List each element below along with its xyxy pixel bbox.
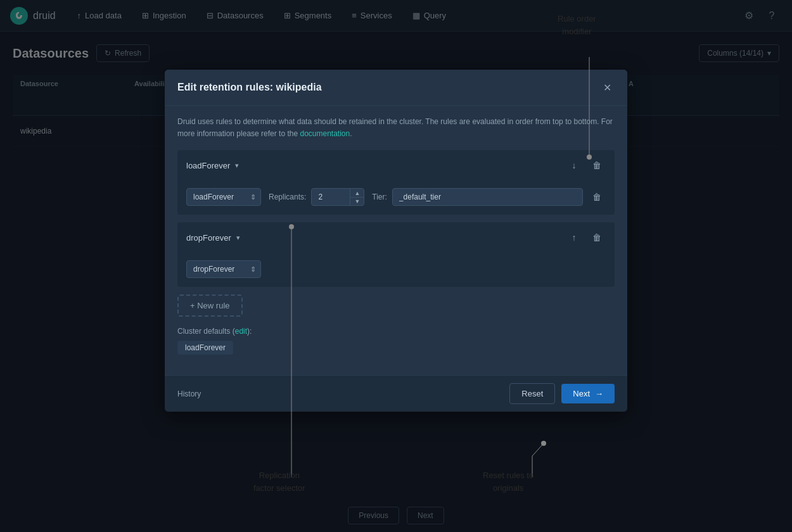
spinner-buttons: ▲ ▼ bbox=[350, 189, 364, 205]
rule-card-1: loadForever ▾ ↓ 🗑 loadForever dropForeve… bbox=[177, 150, 615, 215]
rule-1-type-select-wrapper: loadForever dropForever loadByInterval d… bbox=[186, 188, 261, 206]
spinner-down-button[interactable]: ▼ bbox=[350, 197, 364, 206]
tier-select[interactable]: _default_tier bbox=[392, 188, 583, 206]
tier-delete-button[interactable]: 🗑 bbox=[588, 188, 606, 206]
spinner-up-button[interactable]: ▲ bbox=[350, 189, 364, 197]
rule-card-2-body: dropForever loadForever loadByInterval d… bbox=[177, 253, 615, 287]
tier-group: Tier: _default_tier 🗑 bbox=[372, 188, 606, 206]
modal-footer: History Reset Next → bbox=[165, 375, 627, 412]
replicants-input-wrapper: ▲ ▼ bbox=[311, 188, 364, 206]
rule-1-chevron-icon: ▾ bbox=[235, 162, 239, 170]
rule-2-move-up-button[interactable]: ↑ bbox=[565, 229, 583, 246]
next-label: Next bbox=[573, 389, 590, 398]
next-button[interactable]: Next → bbox=[561, 384, 615, 403]
edit-retention-modal: Edit retention rules: wikipedia ✕ Druid … bbox=[165, 70, 627, 412]
modal-title: Edit retention rules: wikipedia bbox=[177, 82, 322, 93]
rule-card-1-body: loadForever dropForever loadByInterval d… bbox=[177, 180, 615, 215]
rule-card-2-header: dropForever ▾ ↑ 🗑 bbox=[177, 222, 615, 253]
rule-card-1-actions: ↓ 🗑 bbox=[565, 156, 606, 174]
modal-body: Druid uses rules to determine what data … bbox=[165, 106, 627, 375]
rule-1-type-select[interactable]: loadForever dropForever loadByInterval d… bbox=[186, 188, 261, 206]
reset-button[interactable]: Reset bbox=[509, 383, 555, 404]
cluster-defaults-label: Cluster defaults (edit): bbox=[177, 327, 615, 336]
tier-label: Tier: bbox=[372, 193, 387, 201]
rule-1-move-down-button[interactable]: ↓ bbox=[565, 156, 583, 174]
rule-1-delete-button[interactable]: 🗑 bbox=[588, 156, 606, 174]
rule-2-type-select[interactable]: dropForever loadForever loadByInterval d… bbox=[186, 260, 261, 278]
rule-2-chevron-icon: ▾ bbox=[236, 234, 240, 242]
rule-card-2: dropForever ▾ ↑ 🗑 dropForever loadForeve… bbox=[177, 222, 615, 287]
cluster-defaults: Cluster defaults (edit): loadForever bbox=[177, 327, 615, 355]
rule-card-1-header: loadForever ▾ ↓ 🗑 bbox=[177, 150, 615, 180]
cluster-defaults-edit-link[interactable]: edit bbox=[235, 327, 247, 336]
modal-header: Edit retention rules: wikipedia ✕ bbox=[165, 70, 627, 106]
footer-actions: Reset Next → bbox=[509, 383, 615, 404]
tier-select-container: _default_tier bbox=[392, 188, 583, 206]
rule-card-2-actions: ↑ 🗑 bbox=[565, 229, 606, 246]
replicants-group: Replicants: ▲ ▼ bbox=[269, 188, 364, 206]
documentation-link[interactable]: documentation bbox=[300, 129, 350, 138]
replicants-input[interactable] bbox=[312, 189, 350, 205]
modal-description: Druid uses rules to determine what data … bbox=[177, 116, 615, 140]
replicants-label: Replicants: bbox=[269, 193, 306, 201]
rule-2-delete-button[interactable]: 🗑 bbox=[588, 229, 606, 246]
history-button[interactable]: History bbox=[177, 386, 201, 402]
rule-card-1-title: loadForever ▾ bbox=[186, 161, 239, 170]
modal-close-button[interactable]: ✕ bbox=[599, 80, 615, 95]
rule-card-2-title: dropForever ▾ bbox=[186, 233, 240, 243]
new-rule-button[interactable]: + New rule bbox=[177, 294, 243, 317]
cluster-defaults-tag: loadForever bbox=[177, 341, 233, 355]
rule-2-type-select-wrapper: dropForever loadForever loadByInterval d… bbox=[186, 260, 261, 278]
next-arrow-icon: → bbox=[595, 389, 603, 398]
